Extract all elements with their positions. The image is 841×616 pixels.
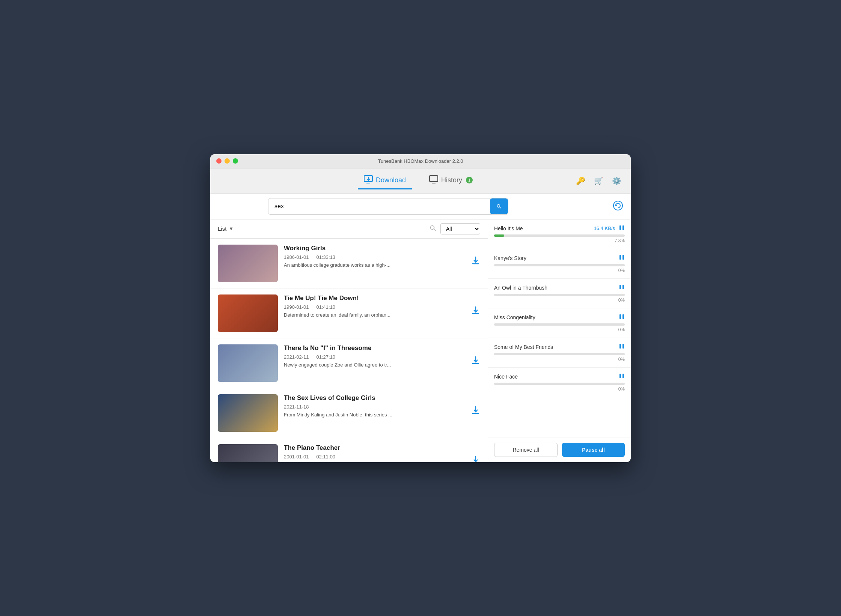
result-item: Tie Me Up! Tie Me Down! 1990-01-01 01:41… [210,288,488,338]
download-speed: 16.4 KB/s [594,225,615,231]
progress-percent: 0% [494,297,625,303]
result-thumbnail [218,294,278,332]
history-badge: 1 [466,177,473,183]
result-date: 2021-11-18 [284,404,309,410]
minimize-button[interactable] [225,158,230,164]
result-date: 1990-01-01 [284,304,309,310]
progress-bar [494,264,625,266]
maximize-button[interactable] [233,158,238,164]
pause-all-button[interactable]: Pause all [562,443,625,457]
progress-bar [494,353,625,355]
toolbar: Download History 1 🔑 🛒 [210,168,631,194]
svg-rect-22 [619,225,621,230]
progress-bar [494,234,625,237]
settings-button[interactable]: ⚙️ [610,174,623,188]
svg-line-11 [434,229,436,231]
left-panel: List ▼ All Movies TV Shows [210,219,488,462]
search-input[interactable] [268,199,490,213]
download-item-name: Hello It's Me [494,225,594,231]
result-info: Tie Me Up! Tie Me Down! 1990-01-01 01:41… [284,294,465,318]
list-text: List [218,225,226,232]
pause-button[interactable] [619,373,625,380]
title-bar: TunesBank HBOMax Downloader 2.2.0 [210,154,631,168]
cart-icon: 🛒 [594,176,603,185]
close-button[interactable] [216,158,222,164]
result-title: Tie Me Up! Tie Me Down! [284,294,465,302]
download-item-button[interactable] [471,356,480,367]
download-item: An Owl in a Thornbush 0% [488,279,631,308]
result-title: The Piano Teacher [284,444,465,452]
key-button[interactable]: 🔑 [574,174,587,188]
result-description: An ambitious college graduate works as a… [284,262,465,268]
svg-rect-32 [619,374,621,378]
list-search-icon[interactable] [430,225,436,233]
pause-button[interactable] [619,254,625,262]
download-item-button[interactable] [471,455,480,462]
download-item-header: Miss Congeniality [494,314,625,321]
filter-select[interactable]: All Movies TV Shows [440,223,480,234]
pause-button[interactable] [619,225,625,232]
main-content: List ▼ All Movies TV Shows [210,219,631,462]
download-item-header: Hello It's Me 16.4 KB/s [494,225,625,232]
progress-percent: 0% [494,357,625,362]
download-item-button[interactable] [471,256,480,267]
search-button[interactable] [490,198,508,214]
download-item-button[interactable] [471,406,480,417]
remove-all-button[interactable]: Remove all [494,443,558,457]
svg-rect-27 [622,285,624,289]
svg-rect-28 [619,314,621,319]
result-item: There Is No "I" in Threesome 2021-02-11 … [210,338,488,388]
download-item-header: Nice Face [494,373,625,380]
download-item-name: Kanye's Story [494,255,619,261]
svg-rect-29 [622,314,624,319]
tab-download[interactable]: Download [358,172,412,189]
download-tab-label: Download [376,176,406,184]
download-item-name: Miss Congeniality [494,314,619,320]
result-info: Working Girls 1986-01-01 01:33:13 An amb… [284,245,465,268]
result-description: Determined to create an ideal family, an… [284,312,465,318]
download-item-button[interactable] [471,306,480,317]
results-list: Working Girls 1986-01-01 01:33:13 An amb… [210,239,488,462]
history-tab-label: History [441,176,462,184]
progress-bar [494,294,625,296]
progress-bar [494,323,625,326]
result-description: From Mindy Kaling and Justin Noble, this… [284,412,465,418]
result-info: There Is No "I" in Threesome 2021-02-11 … [284,344,465,368]
result-title: The Sex Lives of College Girls [284,394,465,402]
result-meta: 2001-01-01 02:11:00 [284,454,465,460]
progress-percent: 0% [494,386,625,392]
svg-rect-4 [430,176,438,182]
download-item-header: Kanye's Story [494,254,625,262]
toolbar-right: 🔑 🛒 ⚙️ [574,174,623,188]
tab-history[interactable]: History 1 [423,172,479,189]
pause-button[interactable] [619,343,625,351]
svg-rect-33 [622,374,624,378]
progress-percent: 0% [494,268,625,273]
result-title: There Is No "I" in Threesome [284,344,465,352]
pause-button[interactable] [619,284,625,291]
download-item-name: Nice Face [494,374,619,380]
cart-button[interactable]: 🛒 [592,174,605,188]
search-wrapper [268,198,508,215]
key-icon: 🔑 [576,176,585,185]
result-thumbnail [218,344,278,382]
svg-rect-25 [622,255,624,260]
list-sort-icon[interactable]: ▼ [229,226,234,231]
traffic-lights [216,158,238,164]
result-duration: 02:11:00 [317,454,336,460]
result-date: 1986-01-01 [284,254,309,260]
result-duration: 01:41:10 [317,304,336,310]
result-thumbnail [218,444,278,462]
svg-rect-31 [622,344,624,349]
result-meta: 1986-01-01 01:33:13 [284,254,465,260]
pause-button[interactable] [619,314,625,321]
download-item: Hello It's Me 16.4 KB/s 7.8% [488,219,631,249]
refresh-button[interactable] [613,200,623,212]
result-thumbnail [218,394,278,432]
result-info: The Piano Teacher 2001-01-01 02:11:00 [284,444,465,462]
result-meta: 1990-01-01 01:41:10 [284,304,465,310]
result-item: The Sex Lives of College Girls 2021-11-1… [210,388,488,438]
result-item: Working Girls 1986-01-01 01:33:13 An amb… [210,239,488,288]
history-tab-icon [429,175,438,185]
progress-percent: 0% [494,327,625,332]
